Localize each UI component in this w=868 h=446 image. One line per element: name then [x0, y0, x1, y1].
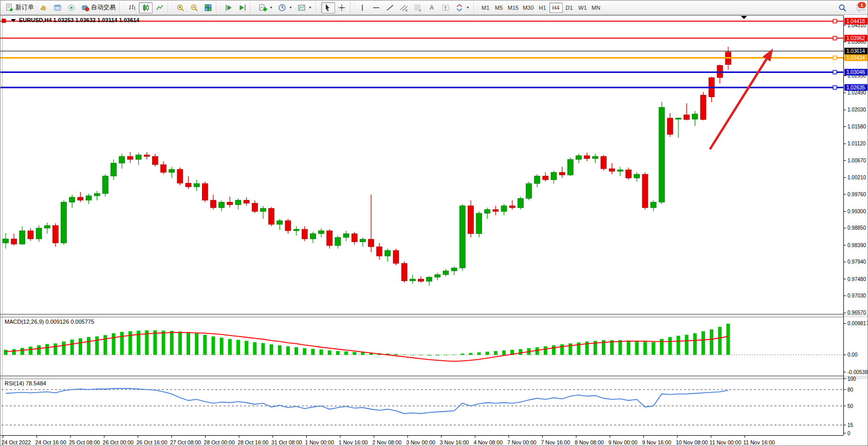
vertical-line-button[interactable]: [356, 2, 370, 13]
candle-body: [119, 156, 125, 163]
macd-histogram-bar: [178, 331, 182, 355]
market-watch-button[interactable]: [50, 2, 64, 13]
macd-histogram-bar: [212, 337, 215, 355]
candle-body: [427, 277, 432, 281]
candle-body: [509, 206, 515, 208]
toolbar-separator: [350, 3, 355, 13]
candle-body: [485, 210, 490, 213]
macd-histogram-bar: [494, 351, 497, 355]
macd-histogram-bar: [502, 350, 506, 355]
macd-histogram-bar: [676, 336, 680, 355]
templates-button[interactable]: ▼: [295, 2, 315, 13]
timeframe-h1-button[interactable]: H1: [536, 3, 549, 13]
trendline-icon: [386, 3, 395, 12]
auto-scroll-button[interactable]: [221, 2, 235, 13]
macd-histogram-bar: [29, 347, 32, 355]
candle-body: [3, 239, 9, 243]
timeframe-m15-button[interactable]: M15: [506, 3, 521, 13]
hline-handle[interactable]: [833, 36, 837, 40]
svg-text:F: F: [419, 9, 421, 12]
macd-histogram-bar: [336, 351, 340, 355]
candle-body: [451, 268, 457, 271]
data-window-button[interactable]: [64, 2, 78, 13]
candle-body: [11, 239, 17, 244]
macd-histogram-bar: [519, 349, 522, 355]
chart-shift-button[interactable]: [235, 2, 249, 13]
macd-histogram-bar: [236, 340, 240, 355]
macd-histogram-bar: [652, 342, 655, 355]
timeframe-m5-button[interactable]: M5: [492, 3, 506, 13]
hline-handle[interactable]: [833, 20, 837, 23]
channel-button[interactable]: E: [397, 2, 411, 13]
candle-body: [78, 197, 83, 200]
candle-body: [136, 155, 141, 159]
time-tick-label: 4 Nov 08:00: [473, 439, 503, 445]
hline-handle[interactable]: [833, 56, 837, 60]
horizontal-line-button[interactable]: [370, 2, 383, 13]
panel-divider[interactable]: [1, 314, 868, 317]
notifications-button[interactable]: 1: [854, 3, 865, 13]
candle-body: [69, 197, 75, 202]
text-label-button[interactable]: T: [439, 2, 453, 13]
price-tick-label: 1.01120: [847, 141, 866, 146]
new-order-button[interactable]: 新订单: [3, 2, 36, 13]
panel-divider[interactable]: [1, 376, 868, 379]
timeframe-m1-button[interactable]: M1: [479, 3, 492, 13]
macd-histogram-bar: [261, 343, 265, 355]
macd-histogram-bar: [544, 346, 547, 355]
text-button[interactable]: A: [425, 2, 439, 13]
tile-windows-button[interactable]: [201, 2, 215, 13]
timeframe-mn-button[interactable]: MN: [589, 3, 603, 13]
bar-chart-button[interactable]: [125, 2, 139, 13]
cursor-button[interactable]: [321, 2, 335, 13]
fibonacci-button[interactable]: F: [411, 2, 425, 13]
hline-handle[interactable]: [833, 86, 837, 89]
macd-histogram-bar: [718, 327, 722, 355]
hline-handle[interactable]: [833, 70, 837, 74]
trendline-button[interactable]: [383, 2, 397, 13]
time-tick-label: 28 Oct 00:00: [204, 439, 235, 445]
candles-icon: [141, 3, 150, 12]
macd-tick-label: -0.005384: [847, 369, 868, 375]
line-chart-icon: [155, 3, 164, 12]
price-tick-label: 0.97480: [847, 276, 866, 282]
clock-icon: [278, 3, 287, 12]
new-chart-button[interactable]: ▼: [256, 2, 275, 13]
timeframe-d1-button[interactable]: D1: [563, 3, 576, 13]
candlestick-chart-button[interactable]: [139, 2, 153, 13]
line-chart-button[interactable]: [153, 2, 167, 13]
candle-body: [52, 226, 58, 243]
candle-body: [468, 206, 473, 234]
toolbar-right: 1: [835, 1, 865, 15]
candle-body: [601, 156, 606, 169]
timeframe-m30-button[interactable]: M30: [521, 3, 535, 13]
chevron-down-icon: ▼: [269, 6, 273, 9]
zoom-in-button[interactable]: [173, 2, 187, 13]
macd-histogram-bar: [286, 346, 290, 355]
time-tick-label: 25 Oct 08:00: [69, 439, 100, 445]
candle-body: [277, 221, 283, 225]
arrows-button[interactable]: ▼: [453, 2, 472, 13]
price-tick-label: 0.97030: [847, 293, 866, 299]
macd-histogram-bar: [411, 355, 414, 356]
rsi-tick-label: 100: [847, 376, 856, 382]
autotrade-button[interactable]: 自动交易: [78, 2, 118, 13]
price-tick-label: 0.99300: [847, 209, 866, 214]
zoom-out-button[interactable]: [187, 2, 201, 13]
timeframe-w1-button[interactable]: W1: [576, 3, 589, 13]
chart-canvas[interactable]: 1.043101.038601.034101.029501.024901.020…: [1, 15, 868, 446]
chart-window-button[interactable]: [36, 2, 50, 13]
macd-histogram-bar: [37, 345, 41, 355]
macd-histogram-bar: [294, 347, 298, 355]
candle-body: [675, 118, 681, 119]
time-tick-label: 1 Nov 00:00: [305, 439, 334, 445]
timeframe-h4-button[interactable]: H4: [549, 3, 563, 13]
candle-body: [343, 234, 349, 237]
search-button[interactable]: [835, 2, 849, 13]
profiles-button[interactable]: ▼: [275, 2, 295, 13]
crosshair-button[interactable]: [335, 2, 349, 13]
macd-histogram-bar: [618, 340, 622, 355]
macd-histogram-bar: [469, 353, 472, 355]
vline-icon: [358, 3, 367, 12]
candle-body: [576, 156, 582, 159]
